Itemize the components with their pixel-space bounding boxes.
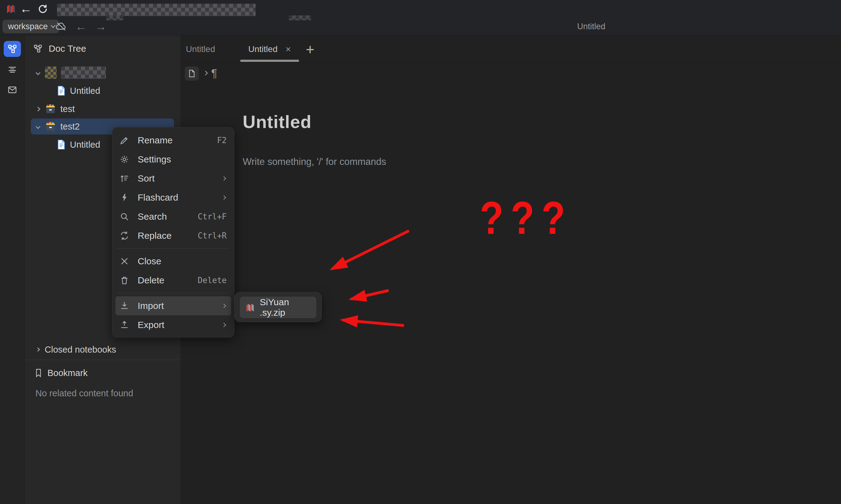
annotation-arrow-1 xyxy=(332,231,409,269)
nav-back-icon[interactable]: ← xyxy=(74,19,88,34)
chevron-right-icon xyxy=(36,347,40,352)
annotation-arrow-3 xyxy=(343,320,404,326)
menu-item-label: Sort xyxy=(138,173,155,184)
import-download-icon xyxy=(120,301,129,310)
export-upload-icon xyxy=(120,320,129,329)
bookmark-title: Bookmark xyxy=(48,368,88,378)
trash-icon xyxy=(120,276,129,285)
siyuan-window: ← workspace ← → Untitled xyxy=(0,0,841,504)
bookmark-icon xyxy=(35,368,42,378)
redacted-notebook-name xyxy=(61,67,106,79)
replace-icon xyxy=(120,231,129,240)
tree-row-notebook-redacted[interactable] xyxy=(25,64,181,82)
document-icon xyxy=(57,140,66,149)
doc-tree-title: Doc Tree xyxy=(49,43,86,54)
pencil-icon xyxy=(120,136,129,145)
menu-shortcut: Delete xyxy=(198,276,227,285)
tab-label: Untitled xyxy=(186,44,215,54)
tab-untitled-2-active[interactable]: Untitled × xyxy=(238,35,301,63)
menu-item-label: Replace xyxy=(138,231,172,241)
submenu-chevron-icon xyxy=(222,195,226,200)
import-submenu: SiYuan .sy.zip xyxy=(234,292,322,322)
menu-item-import[interactable]: Import xyxy=(116,296,231,316)
menu-item-label: Flashcard xyxy=(138,192,178,203)
submenu-chevron-icon xyxy=(222,323,226,327)
chevron-right-icon xyxy=(203,71,208,76)
editor-breadcrumb: ¶ xyxy=(181,63,841,86)
doc-title[interactable]: Untitled xyxy=(243,111,312,132)
chevron-down-icon[interactable] xyxy=(36,70,41,75)
tree-item-label: Untitled xyxy=(70,140,100,150)
menu-shortcut: Ctrl+R xyxy=(198,231,227,240)
top-toolbar: ← workspace ← → Untitled xyxy=(0,0,841,35)
menu-item-label: Search xyxy=(138,211,167,222)
menu-item-label: Settings xyxy=(138,154,171,165)
document-icon xyxy=(57,86,66,96)
tab-untitled-1[interactable]: Untitled xyxy=(186,35,215,63)
doc-tree-icon xyxy=(33,44,42,53)
menu-divider xyxy=(117,293,230,293)
chevron-down-icon[interactable] xyxy=(36,124,41,129)
cloud-off-icon[interactable] xyxy=(55,20,67,33)
bookmark-panel-header[interactable]: Bookmark xyxy=(25,364,181,382)
menu-item-search[interactable]: Search Ctrl+F xyxy=(112,207,234,226)
workspace-select[interactable]: workspace xyxy=(2,20,59,33)
submenu-chevron-icon xyxy=(222,304,226,308)
sort-icon xyxy=(120,174,129,183)
breadcrumb-doc-button[interactable] xyxy=(185,67,199,80)
paragraph-icon[interactable]: ¶ xyxy=(211,67,217,80)
doc-tree-header[interactable]: Doc Tree xyxy=(25,40,180,57)
nav-forward-icon[interactable]: → xyxy=(94,19,108,34)
tree-row-notebook[interactable]: test xyxy=(25,100,181,118)
menu-item-delete[interactable]: Delete Delete xyxy=(112,271,234,290)
menu-item-rename[interactable]: Rename F2 xyxy=(112,131,234,150)
siyuan-logo-icon xyxy=(244,302,255,313)
file-icon xyxy=(188,70,196,77)
chevron-right-icon[interactable] xyxy=(36,106,41,111)
search-icon xyxy=(120,212,129,221)
tab-label: Untitled xyxy=(248,44,278,54)
menu-shortcut: Ctrl+F xyxy=(198,212,227,221)
notebook-icon xyxy=(45,104,56,114)
menu-item-export[interactable]: Export xyxy=(112,316,234,335)
menu-shortcut: F2 xyxy=(217,136,227,145)
menu-item-flashcard[interactable]: Flashcard xyxy=(112,188,234,207)
tree-item-label: Untitled xyxy=(70,86,100,96)
menu-item-label: Close xyxy=(138,256,161,267)
close-tab-icon[interactable]: × xyxy=(285,44,291,54)
siyuan-logo-icon xyxy=(4,2,17,15)
workspace-label: workspace xyxy=(8,22,48,31)
submenu-item-siyuan-syzip[interactable]: SiYuan .sy.zip xyxy=(240,296,316,318)
closed-notebooks-toggle[interactable]: Closed notebooks xyxy=(25,341,181,358)
closed-notebooks-label: Closed notebooks xyxy=(45,345,116,355)
menu-item-label: Import xyxy=(138,301,164,311)
menu-item-sort[interactable]: Sort xyxy=(112,169,234,188)
tree-item-label: test2 xyxy=(60,122,80,132)
menu-item-label: Delete xyxy=(138,275,164,286)
redacted-notebook-icon xyxy=(45,67,57,79)
tree-row-document[interactable]: Untitled xyxy=(25,82,181,100)
notebook-context-menu: Rename F2 Settings Sort Flashcard Search… xyxy=(112,127,234,338)
menu-item-settings[interactable]: Settings xyxy=(112,150,234,169)
dock-outline-button[interactable] xyxy=(7,65,17,75)
left-dock xyxy=(0,35,25,504)
dock-doc-tree-button[interactable] xyxy=(4,41,21,57)
tree-item-label: test xyxy=(60,104,75,114)
menu-item-label: Export xyxy=(138,320,164,330)
annotation-arrow-2 xyxy=(351,290,389,299)
editor-placeholder[interactable]: Write something, '/' for commands xyxy=(243,156,386,167)
add-tab-button[interactable]: + xyxy=(301,35,319,63)
submenu-item-label: SiYuan .sy.zip xyxy=(260,297,316,318)
menu-item-close[interactable]: Close xyxy=(112,252,234,271)
menu-item-label: Rename xyxy=(138,135,173,146)
menu-item-replace[interactable]: Replace Ctrl+R xyxy=(112,226,234,245)
submenu-chevron-icon xyxy=(222,176,226,181)
editor-tab-bar: Untitled Untitled × + xyxy=(181,35,841,63)
notebook-icon xyxy=(45,122,56,131)
refresh-icon[interactable] xyxy=(37,3,49,15)
window-doc-title: Untitled xyxy=(577,18,606,35)
dock-inbox-button[interactable] xyxy=(7,85,17,95)
back-icon[interactable]: ← xyxy=(19,2,33,16)
bookmark-empty-message: No related content found xyxy=(35,388,133,398)
annotation-question-marks: ? ? ? xyxy=(480,192,566,245)
